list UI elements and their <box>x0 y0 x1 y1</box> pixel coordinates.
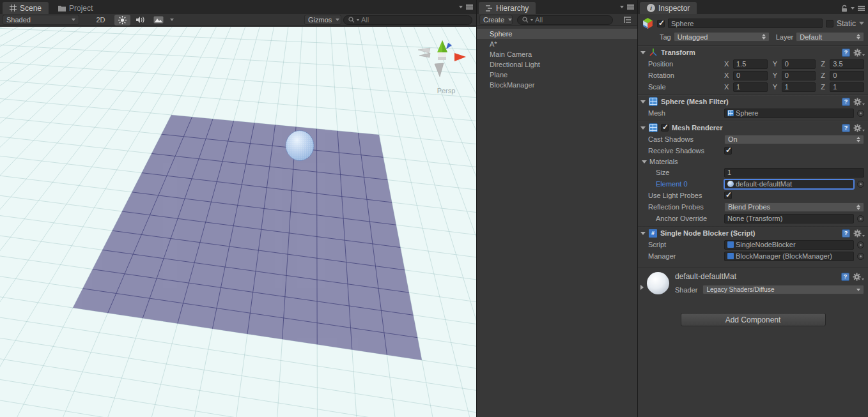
rotation-z-field[interactable]: 0 <box>830 71 864 80</box>
manager-object-field[interactable]: BlockManager (BlockManager) <box>724 252 854 261</box>
tab-project[interactable]: Project <box>51 2 100 14</box>
panel-menu-icon[interactable] <box>466 4 473 10</box>
object-picker-icon[interactable] <box>857 253 864 260</box>
hierarchy-item-main-camera[interactable]: Main Camera <box>477 49 637 59</box>
x-axis-cone[interactable] <box>454 53 466 61</box>
draw-mode-dropdown[interactable]: Shaded <box>3 15 79 25</box>
tab-scene[interactable]: Scene <box>3 2 49 14</box>
cast-shadows-dropdown[interactable]: On <box>724 135 864 144</box>
receive-shadows-checkbox[interactable] <box>724 147 732 155</box>
object-picker-icon[interactable] <box>857 110 864 117</box>
scale-z-field[interactable]: 1 <box>830 82 864 92</box>
orientation-gizmo[interactable] <box>418 40 466 77</box>
use-light-probes-checkbox[interactable] <box>724 192 732 199</box>
gear-icon[interactable] <box>853 49 865 57</box>
scale-x-field[interactable]: 1 <box>733 82 768 92</box>
shader-dropdown[interactable]: Legacy Shaders/Diffuse <box>702 285 864 294</box>
panel-dropdown-icon[interactable] <box>851 7 855 10</box>
scene-viewport[interactable]: Persp <box>0 27 476 417</box>
perspective-mode-label[interactable]: Persp <box>430 87 463 95</box>
gameobject-name-field[interactable]: Sphere <box>668 19 823 28</box>
toggle-2d-button[interactable]: 2D <box>93 15 109 26</box>
panel-dropdown-icon[interactable] <box>620 6 624 8</box>
panel-menu-icon[interactable] <box>858 6 865 11</box>
effects-dropdown-icon[interactable] <box>168 15 176 26</box>
foldout-icon[interactable] <box>642 160 647 163</box>
help-icon[interactable]: ? <box>842 49 850 57</box>
help-icon[interactable]: ? <box>842 229 850 238</box>
create-button[interactable]: Create <box>479 15 513 25</box>
mesh-object-field[interactable]: Sphere <box>724 109 854 118</box>
gear-icon[interactable] <box>853 229 865 238</box>
panel-menu-icon[interactable] <box>627 4 634 10</box>
hierarchy-sort-button[interactable] <box>619 15 635 26</box>
active-checkbox[interactable] <box>657 20 665 27</box>
gizmos-label: Gizmos <box>308 16 332 24</box>
gizmos-dropdown[interactable]: Gizmos <box>304 15 341 25</box>
anchor-override-field[interactable]: None (Transform) <box>724 214 854 224</box>
tab-inspector[interactable]: i Inspector <box>640 2 697 14</box>
mesh-filter-header[interactable]: Sphere (Mesh Filter) ? <box>638 96 868 107</box>
lock-icon[interactable] <box>841 4 848 12</box>
tab-inspector-label: Inspector <box>658 4 690 13</box>
scene-search-input[interactable]: All <box>343 15 472 25</box>
scale-y-field[interactable]: 1 <box>782 82 816 92</box>
foldout-icon[interactable] <box>640 126 646 130</box>
position-z-field[interactable]: 3.5 <box>830 59 864 69</box>
add-component-button[interactable]: Add Component <box>681 313 826 326</box>
search-placeholder: All <box>535 16 543 24</box>
material-preview-block: default-defaultMat ? Shader Legacy Shade… <box>638 268 868 299</box>
sphere-object[interactable] <box>286 131 314 161</box>
gear-icon[interactable] <box>853 98 865 106</box>
search-filter-icon[interactable] <box>531 19 533 21</box>
reflection-probes-dropdown[interactable]: Blend Probes <box>724 202 864 212</box>
panel-dropdown-icon[interactable] <box>459 6 463 8</box>
layer-dropdown[interactable]: Default <box>796 32 864 42</box>
static-dropdown-icon[interactable] <box>859 22 864 25</box>
materials-foldout-row[interactable]: Materials <box>638 156 868 167</box>
tab-hierarchy[interactable]: Hierarchy <box>479 2 536 14</box>
toggle-2d-label: 2D <box>96 16 105 24</box>
rotation-x-field[interactable]: 0 <box>733 71 768 80</box>
material-foldout-icon[interactable] <box>640 285 644 290</box>
inspector-panel: i Inspector Sphere Static <box>637 0 868 417</box>
scene-lighting-button[interactable] <box>114 15 130 26</box>
plane-object[interactable] <box>73 115 422 360</box>
help-icon[interactable]: ? <box>841 273 849 281</box>
tag-dropdown[interactable]: Untagged <box>674 32 770 42</box>
hierarchy-item-plane[interactable]: Plane <box>477 70 637 80</box>
static-checkbox[interactable] <box>826 20 833 27</box>
mesh-renderer-enabled-checkbox[interactable] <box>661 124 669 132</box>
scene-effects-button[interactable] <box>150 15 166 26</box>
hierarchy-item-astar[interactable]: A* <box>477 39 637 49</box>
create-label: Create <box>483 16 504 24</box>
foldout-icon[interactable] <box>640 100 646 103</box>
hierarchy-search-input[interactable]: All <box>517 15 613 25</box>
position-y-field[interactable]: 0 <box>782 59 816 69</box>
hierarchy-item-blockmanager[interactable]: BlockManager <box>477 80 637 90</box>
transform-header[interactable]: Transform ? <box>638 47 868 58</box>
materials-size-field[interactable]: 1 <box>724 168 864 178</box>
foldout-icon[interactable] <box>640 232 646 235</box>
script-component-header[interactable]: # Single Node Blocker (Script) ? <box>638 227 868 239</box>
foldout-icon[interactable] <box>640 51 646 54</box>
object-picker-icon[interactable] <box>857 181 864 188</box>
search-filter-icon[interactable] <box>357 19 359 21</box>
gear-icon[interactable] <box>853 124 865 132</box>
object-picker-icon[interactable] <box>857 241 864 248</box>
hierarchy-item-directional-light[interactable]: Directional Light <box>477 59 637 70</box>
script-object-field[interactable]: SingleNodeBlocker <box>724 240 854 250</box>
manager-row: Manager BlockManager (BlockManager) <box>638 250 868 262</box>
hierarchy-item-sphere[interactable]: Sphere <box>477 29 637 39</box>
gear-icon[interactable] <box>853 273 864 281</box>
mesh-renderer-header[interactable]: Mesh Renderer ? <box>638 122 868 133</box>
object-picker-icon[interactable] <box>857 215 864 222</box>
position-x-field[interactable]: 1.5 <box>733 59 768 69</box>
material-name: default-defaultMat <box>675 272 736 281</box>
element0-object-field[interactable]: default-defaultMat <box>724 179 854 189</box>
scene-audio-button[interactable] <box>132 15 148 26</box>
receive-shadows-row: Receive Shadows <box>638 145 868 156</box>
help-icon[interactable]: ? <box>842 98 850 106</box>
help-icon[interactable]: ? <box>842 124 850 132</box>
rotation-y-field[interactable]: 0 <box>782 71 816 80</box>
